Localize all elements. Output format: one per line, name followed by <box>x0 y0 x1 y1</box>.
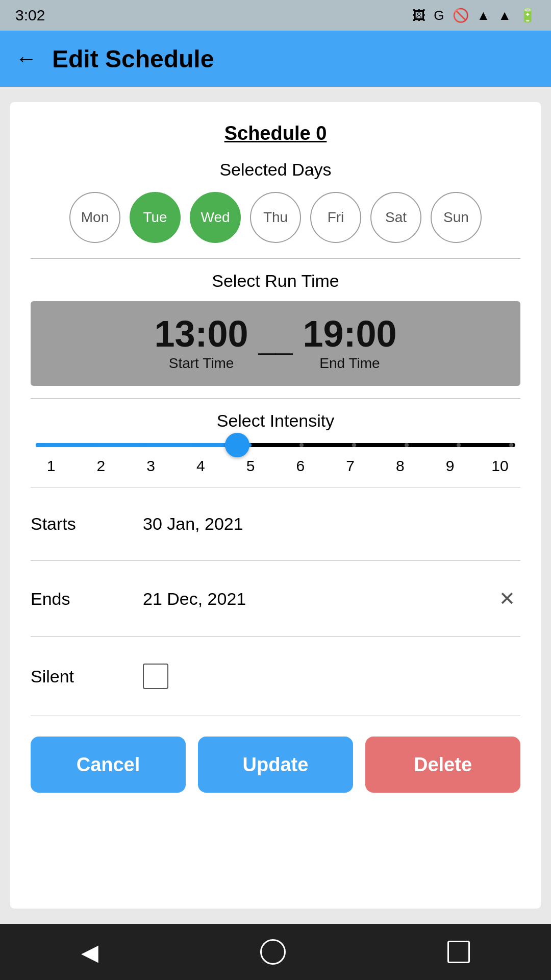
starts-label: Starts <box>31 514 143 534</box>
start-time-value[interactable]: 13:00 <box>154 315 248 352</box>
blocked-icon: 🚫 <box>453 8 469 23</box>
divider-1 <box>31 258 520 259</box>
dot-4 <box>195 443 199 447</box>
dot-1 <box>38 443 42 447</box>
selected-days-label: Selected Days <box>31 160 520 180</box>
signal-icon: ▲ <box>498 8 511 23</box>
num-7: 7 <box>340 457 361 475</box>
status-icons: 🖼 G 🚫 ▲ ▲ 🔋 <box>412 8 536 23</box>
buttons-row: Cancel Update Delete <box>31 737 520 793</box>
schedule-card: Schedule 0 Selected Days Mon Tue Wed Thu… <box>10 102 541 909</box>
delete-button[interactable]: Delete <box>365 737 520 793</box>
end-time-block: 19:00 End Time <box>303 315 396 372</box>
ends-clear-button[interactable]: ✕ <box>494 587 520 610</box>
time-separator: __ <box>259 321 293 356</box>
num-8: 8 <box>390 457 410 475</box>
day-thu[interactable]: Thu <box>250 192 301 243</box>
day-sun[interactable]: Sun <box>431 192 482 243</box>
dot-2 <box>90 443 94 447</box>
num-1: 1 <box>41 457 61 475</box>
nav-home-button[interactable] <box>260 939 286 965</box>
num-10: 10 <box>490 457 510 475</box>
num-2: 2 <box>91 457 111 475</box>
dot-7 <box>352 443 356 447</box>
wifi-icon: ▲ <box>477 8 490 23</box>
end-time-value[interactable]: 19:00 <box>303 315 396 352</box>
back-button[interactable]: ← <box>15 46 37 71</box>
slider-thumb[interactable] <box>225 433 249 457</box>
slider-numbers: 1 2 3 4 5 6 7 8 9 10 <box>36 457 515 475</box>
slider-dots <box>36 443 515 447</box>
day-mon[interactable]: Mon <box>69 192 120 243</box>
starts-row: Starts 30 Jan, 2021 <box>31 500 520 548</box>
google-icon: G <box>434 8 444 23</box>
update-button[interactable]: Update <box>198 737 353 793</box>
day-tue[interactable]: Tue <box>130 192 181 243</box>
num-6: 6 <box>290 457 311 475</box>
intensity-label: Select Intensity <box>31 411 520 431</box>
divider-6 <box>31 716 520 716</box>
page-title: Edit Schedule <box>52 45 214 73</box>
silent-label: Silent <box>31 667 143 687</box>
dot-10 <box>509 443 513 447</box>
time-display: 13:00 Start Time __ 19:00 End Time <box>31 301 520 386</box>
status-bar: 3:02 🖼 G 🚫 ▲ ▲ 🔋 <box>0 0 551 31</box>
num-4: 4 <box>190 457 211 475</box>
nav-back-button[interactable]: ◀ <box>81 939 98 965</box>
start-time-label: Start Time <box>169 355 234 372</box>
main-content: Schedule 0 Selected Days Mon Tue Wed Thu… <box>0 87 551 924</box>
intensity-slider-container: 1 2 3 4 5 6 7 8 9 10 <box>31 443 520 475</box>
ends-row: Ends 21 Dec, 2021 ✕ <box>31 573 520 624</box>
num-9: 9 <box>440 457 460 475</box>
schedule-title: Schedule 0 <box>31 122 520 144</box>
end-time-label: End Time <box>319 355 380 372</box>
day-sat[interactable]: Sat <box>370 192 421 243</box>
ends-value[interactable]: 21 Dec, 2021 <box>143 589 494 609</box>
dot-6 <box>299 443 304 447</box>
slider-track[interactable] <box>36 443 515 447</box>
divider-5 <box>31 636 520 637</box>
status-time: 3:02 <box>15 7 45 24</box>
days-row: Mon Tue Wed Thu Fri Sat Sun <box>31 192 520 243</box>
day-fri[interactable]: Fri <box>310 192 361 243</box>
dot-8 <box>405 443 409 447</box>
cancel-button[interactable]: Cancel <box>31 737 186 793</box>
image-icon: 🖼 <box>412 8 425 23</box>
divider-2 <box>31 398 520 399</box>
num-5: 5 <box>240 457 261 475</box>
silent-checkbox[interactable] <box>143 664 168 689</box>
bottom-nav: ◀ <box>0 924 551 980</box>
nav-recent-button[interactable] <box>447 941 470 963</box>
silent-row: Silent <box>31 649 520 703</box>
dot-9 <box>457 443 461 447</box>
divider-4 <box>31 560 520 561</box>
num-3: 3 <box>141 457 161 475</box>
battery-icon: 🔋 <box>519 8 536 23</box>
run-time-label: Select Run Time <box>31 271 520 291</box>
day-wed[interactable]: Wed <box>190 192 241 243</box>
ends-label: Ends <box>31 589 143 609</box>
app-bar: ← Edit Schedule <box>0 31 551 87</box>
starts-value[interactable]: 30 Jan, 2021 <box>143 514 520 534</box>
dot-3 <box>142 443 146 447</box>
start-time-block: 13:00 Start Time <box>154 315 248 372</box>
divider-3 <box>31 487 520 487</box>
